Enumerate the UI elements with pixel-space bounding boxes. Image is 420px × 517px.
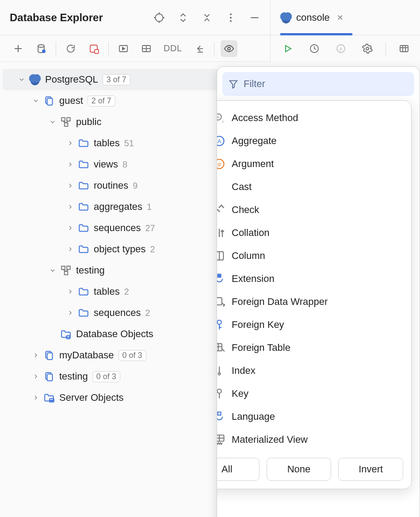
database-icon (43, 371, 55, 382)
chevron-down-icon[interactable] (48, 117, 57, 127)
all-button[interactable]: All (217, 458, 260, 481)
ddl-button[interactable]: DDL (161, 40, 185, 57)
svg-rect-65 (217, 298, 222, 305)
separator (214, 42, 214, 55)
object-type-row[interactable]: Index (217, 361, 404, 381)
invert-button[interactable]: Invert (338, 458, 403, 481)
postgres-icon (29, 74, 41, 85)
svg-rect-35 (67, 118, 70, 121)
close-icon[interactable]: ✕ (337, 13, 344, 23)
editor-tabbar: console ✕ (271, 0, 420, 35)
node-count: 2 (150, 244, 155, 255)
svg-point-5 (230, 13, 232, 15)
filter-visibility-button[interactable] (221, 40, 237, 57)
type-icon: A (217, 135, 225, 147)
navigate-button[interactable] (191, 40, 208, 57)
svg-point-44 (66, 335, 70, 337)
type-icon: Ai (217, 112, 225, 124)
node-label: public (76, 116, 101, 128)
collapse-icon[interactable] (201, 12, 213, 23)
chevron-right-icon[interactable] (65, 181, 75, 190)
object-type-row[interactable]: Language (217, 407, 404, 427)
node-label: routines (94, 180, 128, 191)
postgres-icon (280, 12, 292, 23)
chevron-right-icon[interactable] (65, 308, 75, 318)
object-type-row[interactable]: AAggregate (217, 131, 404, 151)
svg-rect-62 (217, 252, 223, 260)
object-type-row[interactable]: Foreign Table (217, 338, 404, 358)
add-button[interactable] (10, 40, 27, 57)
chevron-right-icon[interactable] (65, 160, 75, 169)
folder-icon (78, 286, 89, 297)
db-objects-icon (60, 328, 72, 340)
datasource-properties-button[interactable] (33, 40, 50, 57)
chevron-down-icon[interactable] (48, 266, 57, 275)
run-button[interactable] (279, 40, 296, 57)
node-count: 9 (133, 181, 137, 191)
object-type-row[interactable]: Foreign Data Wrapper (217, 292, 404, 312)
folder-icon (78, 307, 89, 319)
chevron-right-icon[interactable] (31, 350, 41, 360)
titlebar-left: Database Explorer (0, 0, 271, 35)
svg-point-0 (155, 14, 163, 21)
refresh-button[interactable] (62, 40, 79, 57)
explain-plan-button[interactable]: p (332, 40, 349, 57)
object-type-row[interactable]: AiAccess Method (217, 108, 404, 128)
separator (56, 42, 56, 55)
result-grid-button[interactable] (396, 40, 412, 57)
settings-button[interactable] (359, 40, 376, 57)
object-type-row[interactable]: Foreign Key (217, 315, 404, 335)
db-toolbar: DDL (0, 35, 271, 62)
tab-console[interactable]: console ✕ (280, 0, 352, 35)
none-button[interactable]: None (267, 458, 332, 481)
type-label: Language (232, 411, 275, 422)
object-type-row[interactable]: Extension (217, 269, 404, 289)
chevron-right-icon[interactable] (65, 223, 75, 233)
spacer (48, 329, 57, 339)
expand-collapse-icon[interactable] (177, 12, 189, 23)
object-type-row[interactable]: αArgument (217, 154, 404, 174)
node-label: views (94, 159, 118, 170)
chevron-down-icon[interactable] (17, 75, 27, 84)
type-icon (217, 433, 225, 446)
object-type-row[interactable]: Check (217, 200, 404, 220)
filter-placeholder: Filter (244, 78, 265, 90)
node-label: object types (94, 243, 145, 255)
node-count: 2 (145, 308, 150, 318)
folder-icon (78, 201, 89, 213)
folder-icon (78, 159, 89, 170)
chevron-right-icon[interactable] (65, 244, 75, 254)
stop-button[interactable] (85, 40, 102, 57)
node-badge: 0 of 3 (118, 350, 146, 361)
object-type-row[interactable]: Cast (217, 177, 404, 197)
object-type-row[interactable]: Column (217, 246, 404, 266)
type-label: Cast (232, 181, 252, 193)
svg-text:A: A (218, 138, 221, 144)
history-button[interactable] (306, 40, 323, 57)
chevron-right-icon[interactable] (65, 287, 75, 297)
table-view-button[interactable] (138, 40, 155, 57)
console-button[interactable] (115, 40, 132, 57)
target-icon[interactable] (153, 12, 165, 23)
object-type-row[interactable]: Key (217, 384, 404, 404)
object-type-row[interactable]: Materialized View (217, 430, 404, 450)
node-label: PostgreSQL (45, 74, 98, 85)
node-count: 2 (124, 287, 129, 297)
editor-toolbar: p (271, 35, 420, 62)
object-type-row[interactable]: Collation (217, 223, 404, 243)
type-label: Foreign Data Wrapper (232, 296, 328, 308)
node-count: 27 (145, 223, 155, 233)
minimize-icon[interactable] (249, 12, 260, 23)
filter-input[interactable]: Filter (222, 72, 414, 96)
chevron-right-icon[interactable] (31, 393, 41, 403)
type-label: Check (232, 204, 259, 216)
node-badge: 2 of 7 (88, 95, 115, 106)
chevron-down-icon[interactable] (31, 96, 41, 106)
chevron-right-icon[interactable] (65, 138, 75, 148)
panel-title: Database Explorer (10, 11, 153, 24)
chevron-right-icon[interactable] (65, 202, 75, 212)
chevron-right-icon[interactable] (31, 372, 41, 381)
svg-marker-51 (230, 81, 237, 88)
more-icon[interactable] (225, 12, 237, 23)
type-icon (217, 273, 225, 285)
